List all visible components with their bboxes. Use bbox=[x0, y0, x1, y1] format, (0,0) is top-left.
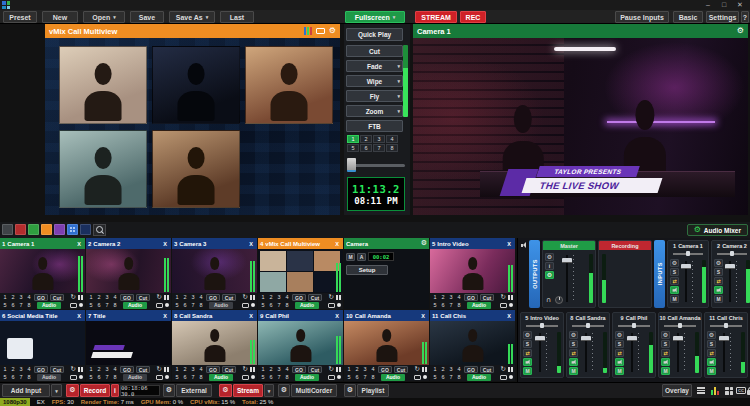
overlay-1-button[interactable]: 1 bbox=[88, 366, 94, 372]
external-settings-button[interactable]: ⚙ bbox=[163, 384, 175, 397]
fader-handle[interactable] bbox=[632, 323, 636, 328]
speaker-button[interactable] bbox=[707, 358, 716, 366]
input-thumbnail[interactable] bbox=[430, 321, 515, 365]
monitor-icon[interactable] bbox=[242, 303, 249, 308]
input-thumbnail[interactable] bbox=[86, 321, 171, 365]
go-button[interactable]: GO bbox=[464, 366, 478, 373]
overlay-5-button[interactable]: 5 bbox=[88, 374, 94, 380]
new-button[interactable]: New bbox=[42, 11, 78, 23]
input-tile[interactable]: 6 Social Media Title X 1 2 3 4 GO Cut ↻ … bbox=[0, 310, 85, 381]
overlay-2-button[interactable]: 2 bbox=[268, 294, 274, 300]
overlay-3-button[interactable]: 3 bbox=[276, 294, 282, 300]
monitor-icon[interactable] bbox=[156, 303, 163, 308]
overlay-3-button[interactable]: 3 bbox=[18, 294, 24, 300]
open-button[interactable]: Open▾ bbox=[83, 11, 125, 23]
overlay-6-button[interactable]: 6 bbox=[10, 302, 16, 308]
overlay-5-button[interactable]: 5 bbox=[346, 374, 352, 380]
solo-icon[interactable] bbox=[251, 303, 255, 307]
overlay-2-button[interactable]: 2 bbox=[96, 294, 102, 300]
pause-icon[interactable] bbox=[164, 367, 169, 372]
overlay-1-button[interactable]: 1 bbox=[432, 294, 438, 300]
loop-icon[interactable]: ↻ bbox=[329, 294, 334, 301]
monitor-icon[interactable] bbox=[500, 375, 507, 380]
channel-fader[interactable] bbox=[539, 333, 541, 372]
close-input-button[interactable]: X bbox=[161, 313, 169, 319]
bus-assign-button[interactable]: ⇄ bbox=[714, 277, 723, 285]
aux-bus-button[interactable]: A bbox=[357, 253, 366, 261]
input-tile[interactable]: 4 vMix Call Multiview X 1 2 3 4 GO Cut ↻… bbox=[258, 238, 343, 309]
go-button[interactable]: GO bbox=[34, 294, 48, 301]
gear-icon[interactable]: ⚙ bbox=[421, 240, 427, 247]
solo-icon[interactable] bbox=[337, 303, 341, 307]
program-title-bar[interactable]: Camera 1 ⚙ bbox=[413, 24, 748, 38]
setup-button[interactable]: Setup bbox=[346, 265, 388, 275]
basic-button[interactable]: Basic bbox=[673, 11, 703, 23]
solo-button[interactable]: S bbox=[707, 340, 716, 348]
pause-icon[interactable] bbox=[78, 295, 83, 300]
overlay-4-button[interactable]: 4 bbox=[284, 366, 290, 372]
fader-handle[interactable] bbox=[725, 264, 735, 269]
pause-icon[interactable] bbox=[250, 367, 255, 372]
overlay-7-button[interactable]: 7 bbox=[190, 302, 196, 308]
fly-button[interactable]: Fly▾ bbox=[346, 90, 403, 102]
close-input-button[interactable]: X bbox=[505, 241, 513, 247]
chevron-down-icon[interactable]: ▾ bbox=[397, 93, 400, 99]
mute-button[interactable]: M bbox=[523, 367, 532, 375]
input-thumbnail[interactable] bbox=[172, 321, 257, 365]
solo-button[interactable]: S bbox=[670, 268, 679, 276]
transition-number-button[interactable]: 4 bbox=[386, 135, 398, 143]
channel-mini-fader[interactable] bbox=[717, 250, 747, 257]
solo-button[interactable]: S bbox=[569, 340, 578, 348]
monitor-icon[interactable] bbox=[156, 375, 163, 380]
bus-assign-button[interactable]: ⇄ bbox=[670, 277, 679, 285]
overlay-1-button[interactable]: 1 bbox=[260, 366, 266, 372]
overlay-3-button[interactable]: 3 bbox=[104, 294, 110, 300]
solo-button[interactable]: S bbox=[661, 340, 670, 348]
loop-icon[interactable]: ↻ bbox=[329, 366, 334, 373]
close-input-button[interactable]: X bbox=[505, 313, 513, 319]
overlay-2-button[interactable]: 2 bbox=[10, 294, 16, 300]
mute-button[interactable]: M bbox=[569, 367, 578, 375]
loop-icon[interactable]: ↻ bbox=[157, 366, 162, 373]
lock-button[interactable] bbox=[746, 385, 750, 396]
overlay-1-button[interactable]: 1 bbox=[2, 366, 8, 372]
grid-view-button[interactable] bbox=[723, 385, 735, 396]
fader-handle[interactable] bbox=[686, 251, 690, 256]
go-button[interactable]: GO bbox=[292, 366, 306, 373]
input-tile[interactable]: 11 Call Chis X 1 2 3 4 GO Cut ↻ 5 6 7 8 … bbox=[430, 310, 515, 381]
overlay-1-button[interactable]: 1 bbox=[174, 294, 180, 300]
overlay-5-button[interactable]: 5 bbox=[432, 302, 438, 308]
input-title-bar[interactable]: Camera ⚙ bbox=[344, 238, 429, 249]
channel-mini-fader[interactable] bbox=[526, 322, 558, 329]
solo-icon[interactable] bbox=[423, 375, 427, 379]
mute-button[interactable]: M bbox=[615, 367, 624, 375]
input-title-bar[interactable]: 10 Call Amanda X bbox=[344, 310, 429, 321]
overlay-4-button[interactable]: 4 bbox=[456, 366, 462, 372]
channel-fader[interactable] bbox=[677, 333, 679, 372]
speaker-button[interactable] bbox=[670, 286, 679, 294]
input-title-bar[interactable]: 6 Social Media Title X bbox=[0, 310, 85, 321]
input-title-bar[interactable]: 3 Camera 3 X bbox=[172, 238, 257, 249]
input-thumbnail[interactable] bbox=[86, 249, 171, 293]
headphones-icon[interactable]: ∩ bbox=[546, 297, 551, 304]
fade-button[interactable]: Fade▾ bbox=[346, 60, 403, 72]
solo-button[interactable]: S bbox=[523, 340, 532, 348]
close-input-button[interactable]: X bbox=[75, 313, 83, 319]
multicorder-settings-button[interactable]: ⚙ bbox=[278, 384, 290, 397]
input-thumbnail[interactable] bbox=[0, 249, 85, 293]
wipe-button[interactable]: Wipe▾ bbox=[346, 75, 403, 87]
input-tile[interactable]: 1 Camera 1 X 1 2 3 4 GO Cut ↻ 5 6 7 8 Au… bbox=[0, 238, 85, 309]
input-tile[interactable]: 10 Call Amanda X 1 2 3 4 GO Cut ↻ 5 6 7 … bbox=[344, 310, 429, 381]
overlay-5-button[interactable]: 5 bbox=[2, 374, 8, 380]
preset-button[interactable]: Preset bbox=[3, 11, 37, 23]
channel-fader[interactable] bbox=[729, 261, 731, 302]
input-title-bar[interactable]: 5 Intro Video X bbox=[430, 238, 515, 249]
overlay-8-button[interactable]: 8 bbox=[112, 374, 118, 380]
quick-play-button[interactable]: Quick Play bbox=[346, 28, 403, 41]
speaker-button[interactable] bbox=[714, 286, 723, 294]
gear-icon[interactable]: ⚙ bbox=[737, 27, 744, 35]
overlay-7-button[interactable]: 7 bbox=[448, 302, 454, 308]
program-video[interactable]: TAYLOR PRESENTS THE LIVE SHOW bbox=[413, 38, 748, 215]
input-title-bar[interactable]: 8 Call Sandra X bbox=[172, 310, 257, 321]
audio-toggle-button[interactable]: Audio bbox=[123, 374, 147, 381]
